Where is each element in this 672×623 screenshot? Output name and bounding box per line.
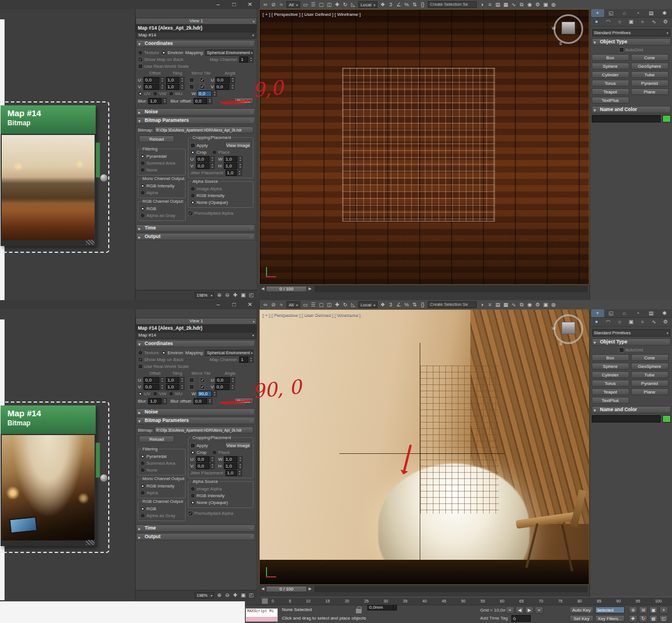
selection-set-dropdown[interactable]: Selected [595,606,625,613]
maximize-viewport-icon[interactable]: ◱ [659,615,668,622]
unlink-selection-icon[interactable]: ⊘ [270,1,277,9]
spinner-icon[interactable] [208,398,212,404]
geosphere-button[interactable]: GeoSphere [631,63,669,69]
node-resize-grip[interactable] [86,540,95,545]
motion-tab-icon[interactable]: ◔ [632,9,645,17]
align-icon[interactable]: ≡ [486,301,493,309]
bind-to-space-warp-icon[interactable]: ≈ [278,301,285,309]
spinner-snap-icon[interactable]: ⇅ [411,301,418,309]
cone-button[interactable]: Cone [631,354,669,361]
select-object-icon[interactable]: ▭ [302,301,309,309]
object-type-rollout-header[interactable]: Object Type [592,38,671,46]
bitmap-parameters-rollout-header[interactable]: Bitmap Parameters [136,417,255,424]
v-tile-checkbox[interactable] [200,384,205,390]
crop-v-field[interactable]: 0,0 [196,463,210,469]
render-setup-icon[interactable]: ⚙ [534,301,541,309]
layer-manager-icon[interactable]: ▦ [502,1,509,9]
schematic-view-icon[interactable]: ⧉ [518,1,525,9]
current-frame-marker[interactable] [261,598,268,604]
show-map-on-back-checkbox[interactable] [138,57,143,62]
select-object-icon[interactable]: ▭ [302,1,309,9]
plane-button[interactable]: Plane [631,388,669,395]
map-selector-dropdown[interactable]: Map #14▾ [136,332,256,339]
spinner-icon[interactable] [160,377,165,383]
utilities-tab-icon[interactable]: ✱ [658,9,671,17]
zoom-in-icon[interactable]: ⊕ [216,592,223,599]
teapot-button[interactable]: Teapot [592,88,629,95]
go-to-start-icon[interactable]: « [506,606,514,614]
motion-tab-icon[interactable]: ◔ [632,309,645,317]
alpha-as-gray-radio[interactable] [140,513,145,518]
editor-zoom-dropdown[interactable]: 198% [195,592,214,599]
node-body[interactable]: Map #14 Bitmap [1,105,96,246]
spinner-icon[interactable] [238,163,243,169]
geosphere-button[interactable]: GeoSphere [631,363,669,370]
material-editor-icon[interactable]: ◉ [526,1,533,9]
v-tiling-field[interactable]: 1,0 [166,84,179,90]
use-real-world-scale-checkbox[interactable] [138,64,143,69]
u-tile-checkbox[interactable] [200,378,205,383]
maximize-button[interactable]: □ [230,300,239,309]
v-mirror-checkbox[interactable] [189,84,194,89]
place-radio[interactable] [212,150,217,155]
named-selection-field[interactable]: Create Selection Se [428,301,477,308]
space-warps-category-icon[interactable]: ∿ [649,18,659,26]
helpers-category-icon[interactable]: ⌗ [637,18,648,26]
shapes-category-icon[interactable]: ◠ [603,18,613,26]
v-offset-field[interactable]: 0,0 [144,84,159,90]
cameras-category-icon[interactable]: ▣ [625,318,636,326]
rgb-radio[interactable] [140,206,145,211]
angle-snap-icon[interactable]: ∠ [395,301,402,309]
time-rollout-header[interactable]: Time [136,524,255,532]
crop-h-field[interactable]: 1,0 [224,163,237,169]
u-mirror-checkbox[interactable] [189,378,194,383]
time-slider-track[interactable] [314,286,588,292]
modify-tab-icon[interactable]: ◱ [605,9,618,17]
spinner-icon[interactable] [210,463,215,469]
alpha-rgb-intensity-radio[interactable] [190,493,195,498]
rendered-frame-icon[interactable]: ▣ [542,1,549,9]
selection-filter-dropdown[interactable]: All [286,1,300,8]
crop-w-field[interactable]: 1,0 [224,156,237,162]
bind-to-space-warp-icon[interactable]: ≈ [278,1,285,9]
window-crossing-icon[interactable]: ◫ [326,1,333,9]
torus-button[interactable]: Torus [592,380,629,387]
spinner-icon[interactable] [231,77,235,83]
editor-zoom-dropdown[interactable]: 198% [195,292,214,298]
box-button[interactable]: Box [592,54,629,61]
teapot-button[interactable]: Teapot [592,388,629,395]
node-resize-grip[interactable] [86,240,95,245]
name-color-rollout-header[interactable]: Name and Color [592,106,671,113]
v-mirror-checkbox[interactable] [189,384,194,390]
select-and-manipulate-icon[interactable]: ❖ [379,301,386,309]
select-and-rotate-icon[interactable]: ↻ [342,1,349,9]
premultiplied-alpha-checkbox[interactable] [188,211,193,216]
slate-node-view[interactable]: Map #14 Bitmap [0,309,135,600]
w-angle-field[interactable]: 0,0 [197,91,212,97]
object-name-field[interactable] [592,115,661,122]
cylinder-button[interactable]: Cylinder [592,71,629,78]
select-and-move-icon[interactable]: ✚ [334,301,341,309]
vw-radio[interactable] [153,391,158,396]
spinner-icon[interactable] [231,377,235,383]
pyramid-button[interactable]: Pyramid [631,380,669,387]
blur-field[interactable]: 1,0 [148,398,162,404]
spinner-icon[interactable] [160,84,165,90]
spinner-icon[interactable] [249,56,253,63]
previous-frame-icon[interactable]: ◀ [515,606,524,614]
selection-lock-icon[interactable] [356,609,362,613]
selection-filter-dropdown[interactable]: All [286,301,300,308]
spinner-icon[interactable] [210,163,215,169]
systems-category-icon[interactable]: ⚙ [660,18,671,26]
geometry-category-icon[interactable]: ● [591,18,602,26]
current-frame-field[interactable]: 0 [511,615,531,622]
zoom-all-icon[interactable]: ⊞ [639,606,648,614]
helpers-category-icon[interactable]: ⌗ [637,318,648,326]
view-tab[interactable]: View 1▾ [136,18,257,24]
time-rollout-header[interactable]: Time [136,224,255,232]
select-by-name-icon[interactable]: ☰ [310,301,317,309]
add-time-tag[interactable]: Add Time Tag [480,616,508,621]
cameras-category-icon[interactable]: ▣ [625,18,636,26]
spinner-icon[interactable] [237,470,242,476]
rgb-intensity-radio[interactable] [140,183,145,188]
